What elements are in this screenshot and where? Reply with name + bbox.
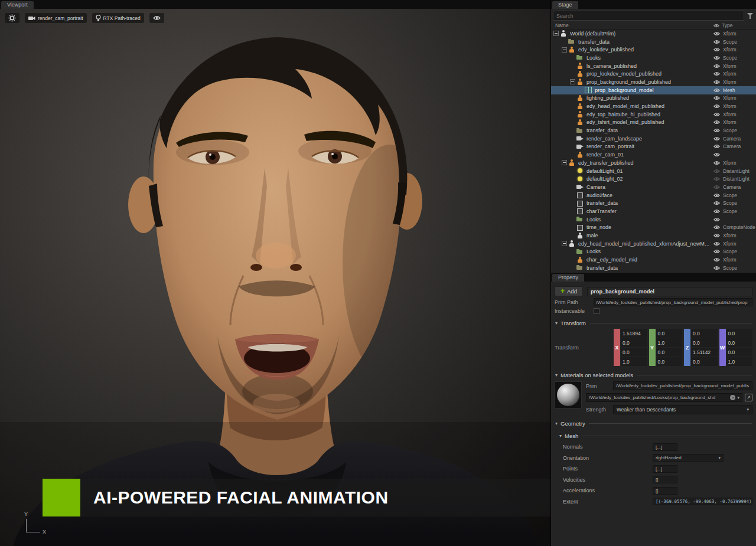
tree-row[interactable]: edy_transfer_published Xform xyxy=(551,159,756,167)
matrix-value[interactable]: 0.0 xyxy=(691,357,718,366)
visibility-eye-icon[interactable] xyxy=(711,120,722,125)
matrix-value[interactable]: 0.0 xyxy=(691,338,718,347)
camera-selector[interactable]: render_cam_portrait xyxy=(25,13,87,23)
tree-row[interactable]: Looks Scope xyxy=(551,54,756,62)
geometry-attribute-value[interactable]: [...] xyxy=(653,465,677,473)
materials-section-header[interactable]: Materials on selected models xyxy=(555,372,752,378)
tree-row[interactable]: char_edy_model_mid Xform xyxy=(551,256,756,264)
transform-section-header[interactable]: Transform xyxy=(555,320,752,326)
matrix-value[interactable]: 0.0 xyxy=(691,329,718,338)
tree-row[interactable]: Camera Camera xyxy=(551,183,756,191)
tree-row[interactable]: Looks Scope xyxy=(551,248,756,256)
visibility-eye-icon[interactable] xyxy=(711,112,722,117)
visibility-eye-icon[interactable] xyxy=(711,104,722,109)
matrix-value[interactable]: 1.51894 xyxy=(621,329,647,338)
tree-row[interactable]: defaultLight_02 DistantLight xyxy=(551,175,756,183)
visibility-eye-icon[interactable] xyxy=(711,201,722,205)
visibility-eye-icon[interactable] xyxy=(711,71,722,76)
add-property-button[interactable]: Add xyxy=(555,286,583,296)
tree-row[interactable]: audio2face Scope xyxy=(551,191,756,200)
tree-row[interactable]: charTransfer Scope xyxy=(551,207,756,215)
tree-row[interactable]: prop_lookdev_model_published Xform xyxy=(551,70,756,78)
expand-toggle-icon[interactable] xyxy=(553,31,559,36)
visibility-eye-icon[interactable] xyxy=(711,233,722,238)
tree-row[interactable]: transfer_data Scope xyxy=(551,38,756,46)
tree-row[interactable]: transfer_data Scope xyxy=(551,199,756,207)
visibility-eye-icon[interactable] xyxy=(711,128,722,133)
visibility-eye-icon[interactable] xyxy=(711,161,722,165)
geometry-attribute-value[interactable]: [] xyxy=(653,476,677,483)
tree-row[interactable]: edy_lookdev_published Xform xyxy=(551,45,756,54)
tree-row[interactable]: prop_background_model_published Xform xyxy=(551,78,756,86)
tree-row[interactable]: edy_top_hairtube_hi_published Xform xyxy=(551,110,756,119)
visibility-eye-icon[interactable] xyxy=(711,47,722,52)
tree-row[interactable]: lighting_published Xform xyxy=(551,94,756,103)
mesh-subsection-header[interactable]: Mesh xyxy=(559,433,752,439)
matrix-value[interactable]: 0.0 xyxy=(656,357,683,366)
visibility-eye-icon[interactable] xyxy=(711,152,722,157)
tree-row[interactable]: transfer_data Scope xyxy=(551,264,756,272)
viewport-canvas[interactable]: render_cam_portrait RTX Path-traced AI-P… xyxy=(0,9,550,546)
geometry-attribute-value[interactable]: rightHanded xyxy=(653,454,724,462)
chevron-down-icon[interactable] xyxy=(737,395,739,400)
tree-row[interactable]: edy_head_model_mid_published Xform xyxy=(551,102,756,110)
tree-row[interactable]: Looks xyxy=(551,215,756,224)
matrix-value[interactable]: 1.0 xyxy=(726,357,753,366)
visibility-eye-icon[interactable] xyxy=(711,64,722,68)
tree-row[interactable]: male Xform xyxy=(551,231,756,240)
visibility-eye-icon[interactable] xyxy=(711,80,722,84)
material-prim-field[interactable]: /World/edy_lookdev_published/prop_backgr… xyxy=(613,381,752,390)
tab-property[interactable]: Property xyxy=(552,274,584,282)
visibility-eye-icon[interactable] xyxy=(711,176,722,181)
geometry-attribute-value[interactable]: [(-369.05576, -99.4063, -0.76399994), (3… xyxy=(653,498,752,505)
visibility-eye-icon[interactable] xyxy=(711,31,722,36)
tree-row[interactable]: time_node ComputeNode xyxy=(551,224,756,232)
stage-search-input[interactable] xyxy=(553,11,744,21)
visibility-eye-icon[interactable] xyxy=(711,88,722,93)
matrix-value[interactable]: 0.0 xyxy=(656,348,683,357)
renderer-selector[interactable]: RTX Path-traced xyxy=(92,13,144,23)
visibility-eye-icon[interactable] xyxy=(711,96,722,100)
visibility-eye-icon[interactable] xyxy=(711,193,722,198)
visibility-eye-icon[interactable] xyxy=(711,217,722,222)
tab-stage[interactable]: Stage xyxy=(552,1,578,9)
matrix-value[interactable]: 0.0 xyxy=(621,348,647,357)
visibility-eye-icon[interactable] xyxy=(711,241,722,246)
visibility-eye-icon[interactable] xyxy=(711,209,722,214)
open-material-icon[interactable] xyxy=(745,394,752,401)
tree-row[interactable]: ls_camera_published Xform xyxy=(551,62,756,70)
prim-path-field[interactable] xyxy=(594,298,752,306)
tree-row[interactable]: World (defaultPrim) Xform xyxy=(551,30,756,38)
tree-row[interactable]: render_cam_01 xyxy=(551,151,756,159)
visibility-eye-icon[interactable] xyxy=(711,249,722,254)
tree-row[interactable]: render_cam_portrait Camera xyxy=(551,143,756,151)
strength-dropdown[interactable]: Weaker than Descendants xyxy=(613,405,752,414)
tree-row[interactable]: prop_background_model Mesh xyxy=(551,86,756,94)
visibility-eye-icon[interactable] xyxy=(711,40,722,44)
expand-toggle-icon[interactable] xyxy=(562,160,567,165)
tree-row[interactable]: defaultLight_01 DistantLight xyxy=(551,167,756,175)
visibility-eye-icon[interactable] xyxy=(711,225,722,230)
matrix-value[interactable]: 0.0 xyxy=(726,348,753,357)
matrix-value[interactable]: 0.0 xyxy=(726,338,753,347)
visibility-eye-icon[interactable] xyxy=(711,266,722,270)
visibility-eye-icon[interactable] xyxy=(711,257,722,262)
tree-row[interactable]: edy_head_model_mid_published_xformAdjust… xyxy=(551,240,756,248)
expand-toggle-icon[interactable] xyxy=(562,241,567,246)
tab-viewport[interactable]: Viewport xyxy=(1,1,34,9)
matrix-value[interactable]: 1.0 xyxy=(621,357,647,366)
material-path-field[interactable]: /World/edy_lookdev_published/Looks/prop_… xyxy=(586,393,742,402)
filter-icon[interactable] xyxy=(747,12,754,19)
matrix-value[interactable]: 0.0 xyxy=(656,329,683,338)
prim-name-field[interactable] xyxy=(587,287,752,296)
geometry-attribute-value[interactable]: [] xyxy=(653,487,677,495)
expand-toggle-icon[interactable] xyxy=(562,47,567,53)
tree-row[interactable]: edy_tshirt_model_mid_published Xform xyxy=(551,119,756,127)
matrix-value[interactable]: 0.0 xyxy=(726,329,753,338)
tree-row[interactable]: render_cam_landscape Camera xyxy=(551,135,756,143)
geometry-section-header[interactable]: Geometry xyxy=(555,420,752,427)
visibility-eye-icon[interactable] xyxy=(711,185,722,189)
matrix-value[interactable]: 1.0 xyxy=(656,338,683,347)
matrix-value[interactable]: 1.51142 xyxy=(691,348,718,357)
geometry-attribute-value[interactable]: [...] xyxy=(653,443,677,451)
